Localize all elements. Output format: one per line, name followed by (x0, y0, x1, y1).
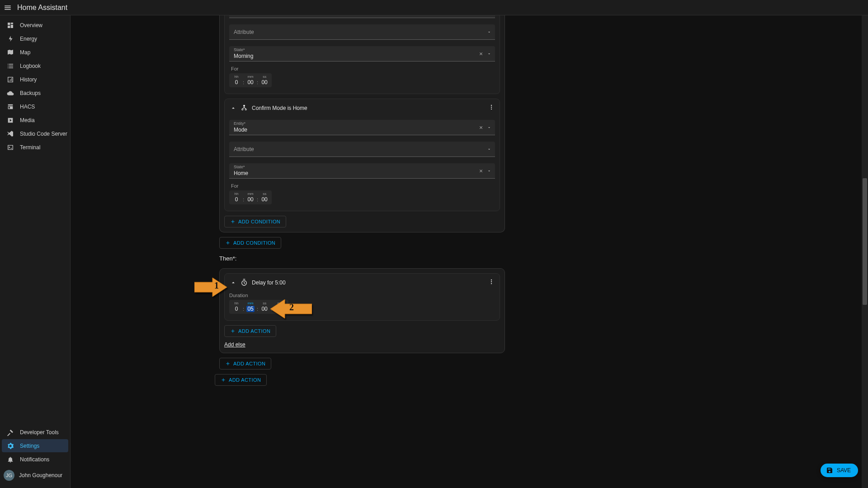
save-icon (826, 467, 833, 474)
add-else-link[interactable]: Add else (224, 341, 245, 348)
clear-icon[interactable] (478, 168, 484, 174)
sidebar-item-label: History (20, 76, 37, 83)
sidebar-item-label: Energy (20, 36, 37, 42)
chevron-down-icon (486, 146, 492, 152)
duration-label: Duration (229, 293, 495, 298)
hammer-icon (5, 429, 15, 436)
sidebar-item-label: Media (20, 117, 35, 123)
add-condition-inner-button[interactable]: ADD CONDITION (224, 216, 286, 227)
svg-point-12 (491, 283, 492, 284)
add-action-outer-button[interactable]: ADD ACTION (215, 374, 267, 386)
duration-mm-selected[interactable]: 05 (246, 306, 254, 312)
app-title: Home Assistant (17, 4, 67, 12)
sidebar-item-label: Overview (20, 22, 42, 28)
bell-icon (5, 456, 15, 463)
state-label: State* (234, 165, 245, 169)
plus-icon (230, 328, 236, 334)
sidebar-user-profile[interactable]: JG John Goughenour (0, 466, 70, 484)
lightning-icon (5, 35, 15, 43)
sidebar: Overview Energy Map Logbook History Back… (0, 15, 71, 488)
chevron-down-icon (486, 51, 492, 57)
clear-icon[interactable] (478, 51, 484, 57)
svg-point-4 (242, 109, 243, 110)
sidebar-item-logbook[interactable]: Logbook (2, 59, 68, 72)
sidebar-item-label: Notifications (20, 456, 49, 463)
attribute-select-2[interactable]: Attribute (229, 142, 495, 157)
vscode-icon (5, 130, 15, 137)
sidebar-item-media[interactable]: Media (2, 114, 68, 127)
chart-icon (5, 76, 15, 83)
attribute-select-1[interactable]: Attribute (229, 24, 495, 40)
condition-overflow-menu[interactable] (487, 103, 496, 112)
for-duration-2[interactable]: hh0 : mm00 : ss00 (229, 190, 272, 204)
chevron-down-icon (486, 168, 492, 174)
dashboard-icon (5, 22, 15, 29)
annotation-arrow-2: 2 (270, 299, 312, 318)
for-label-2: For (231, 183, 495, 189)
svg-point-7 (491, 107, 492, 108)
sidebar-item-terminal[interactable]: Terminal (2, 141, 68, 154)
sidebar-toggle-button[interactable] (0, 0, 15, 15)
add-condition-outer-button[interactable]: ADD CONDITION (219, 237, 281, 249)
sidebar-item-history[interactable]: History (2, 73, 68, 86)
svg-marker-13 (194, 278, 227, 297)
state-field-1[interactable]: State* Morning (229, 46, 495, 62)
clear-icon[interactable] (478, 124, 484, 131)
entity-field[interactable]: Entity* Mode (229, 120, 495, 135)
svg-point-5 (245, 109, 246, 110)
terminal-icon (5, 144, 15, 151)
annotation-arrow-1: 1 (194, 278, 227, 297)
svg-point-8 (491, 109, 492, 109)
attribute-placeholder: Attribute (234, 146, 254, 152)
gear-icon (5, 442, 15, 450)
chevron-up-icon[interactable] (229, 279, 237, 287)
for-label-1: For (231, 66, 495, 71)
save-fab-button[interactable]: SAVE (821, 464, 858, 477)
cloud-icon (5, 90, 15, 97)
sidebar-item-studio-code[interactable]: Studio Code Server (2, 127, 68, 140)
state-value: Home (234, 170, 248, 176)
plus-icon (225, 240, 231, 246)
sidebar-item-overview[interactable]: Overview (2, 19, 68, 32)
timer-icon (239, 278, 249, 288)
state-field-2[interactable]: State* Home (229, 163, 495, 179)
map-icon (5, 49, 15, 56)
condition-title: Confirm Mode is Home (252, 105, 307, 111)
action-overflow-menu[interactable] (487, 277, 496, 286)
sidebar-item-dev-tools[interactable]: Developer Tools (2, 426, 68, 439)
sidebar-item-energy[interactable]: Energy (2, 32, 68, 45)
attribute-placeholder: Attribute (234, 29, 254, 35)
sidebar-item-label: Terminal (20, 144, 40, 151)
sidebar-item-label: Map (20, 49, 30, 56)
sidebar-item-label: HACS (20, 104, 35, 110)
svg-point-6 (491, 105, 492, 106)
add-action-inner-button[interactable]: ADD ACTION (224, 325, 276, 337)
sidebar-item-label: Settings (20, 443, 39, 449)
chevron-up-icon[interactable] (229, 104, 237, 112)
main-content: Attribute State* Morning For hh0 : mm00 (71, 15, 868, 488)
entity-label: Entity* (234, 121, 245, 126)
sidebar-item-hacs[interactable]: HACS (2, 100, 68, 113)
add-action-mid-button[interactable]: ADD ACTION (219, 358, 271, 370)
sidebar-item-settings[interactable]: Settings (2, 439, 68, 452)
chevron-down-icon (486, 29, 492, 35)
chevron-down-icon (486, 124, 492, 131)
store-icon (5, 103, 15, 110)
action-title: Delay for 5:00 (252, 280, 286, 286)
svg-point-3 (244, 105, 245, 106)
user-avatar: JG (4, 470, 14, 481)
sidebar-item-map[interactable]: Map (2, 46, 68, 59)
sidebar-item-label: Backups (20, 90, 41, 96)
for-duration-1[interactable]: hh0 : mm00 : ss00 (229, 73, 272, 87)
entity-value: Mode (234, 127, 247, 133)
sidebar-item-notifications[interactable]: Notifications (2, 453, 68, 466)
sidebar-item-backups[interactable]: Backups (2, 86, 68, 99)
plus-icon (221, 377, 226, 383)
then-section-label: Then*: (219, 255, 505, 262)
state-label: State* (234, 47, 245, 52)
sidebar-item-label: Studio Code Server (20, 131, 67, 137)
sidebar-item-label: Logbook (20, 63, 41, 69)
user-name: John Goughenour (19, 472, 62, 479)
save-label: SAVE (837, 467, 851, 474)
plus-icon (225, 361, 231, 366)
